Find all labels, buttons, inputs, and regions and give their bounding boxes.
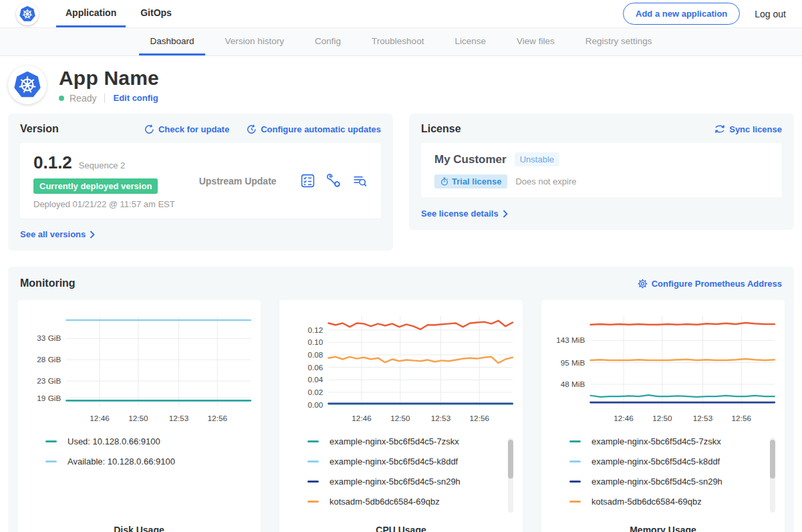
top-nav-tabs: ApplicationGitOps <box>56 0 181 27</box>
legend-color-dash <box>569 460 581 462</box>
customer-name: My Customer <box>434 153 507 166</box>
cpu-usage-plot: 0.000.020.040.060.080.100.1212:4612:5012… <box>285 309 517 431</box>
see-all-versions-link[interactable]: See all versions <box>20 229 95 239</box>
chevron-right-icon <box>503 210 508 218</box>
sub-tab-version-history[interactable]: Version history <box>215 28 295 55</box>
cpu-usage-legend: example-nginx-5bc6f5d4c5-7zskxexample-ng… <box>307 436 517 518</box>
svg-text:28 GiB: 28 GiB <box>37 355 61 364</box>
legend-scrollbar[interactable] <box>508 438 513 513</box>
legend-item: Available: 10.128.0.66:9100 <box>45 456 241 467</box>
configure-prometheus-link[interactable]: Configure Prometheus Address <box>638 279 782 289</box>
legend-item: example-nginx-5bc6f5d4c5-sn29h <box>307 477 503 487</box>
version-card: Version Check for update Configure autom… <box>8 114 393 251</box>
svg-text:33 GiB: 33 GiB <box>37 334 61 342</box>
legend-item: example-nginx-5bc6f5d4c5-k8ddf <box>569 456 765 467</box>
current-version-row: 0.1.2 Sequence 2 Currently deployed vers… <box>20 143 381 219</box>
monitoring-title: Monitoring <box>20 277 76 289</box>
svg-text:12:46: 12:46 <box>614 414 634 422</box>
legend-item: kotsadm-5db6dc6584-69qbz <box>307 497 503 507</box>
view-logs-icon[interactable] <box>352 173 368 188</box>
divider <box>104 94 105 103</box>
status-badge: Ready <box>70 93 96 104</box>
gear-icon <box>638 279 648 289</box>
sync-icon <box>714 124 725 134</box>
legend-item: example-nginx-5bc6f5d4c5-7zskx <box>569 436 765 446</box>
monitoring-section: Monitoring Configure Prometheus Address … <box>8 267 794 532</box>
svg-text:0.10: 0.10 <box>307 338 323 346</box>
top-tab-application[interactable]: Application <box>56 0 126 27</box>
license-details-row: My Customer Unstable Trial license Does … <box>421 143 782 198</box>
legend-label: Available: 10.128.0.66:9100 <box>68 456 175 467</box>
currently-deployed-badge: Currently deployed version <box>33 178 158 194</box>
top-tab-gitops[interactable]: GitOps <box>131 0 181 27</box>
legend-scrollbar-thumb[interactable] <box>508 440 513 479</box>
preflight-checks-icon[interactable] <box>300 173 315 188</box>
app-logo <box>16 0 39 27</box>
configure-automatic-updates-link[interactable]: Configure automatic updates <box>247 124 381 134</box>
legend-item: example-nginx-5bc6f5d4c5-sn29h <box>569 477 765 487</box>
log-out-link[interactable]: Log out <box>755 9 786 19</box>
legend-color-dash <box>307 440 319 442</box>
svg-text:12:53: 12:53 <box>431 414 451 422</box>
version-sequence: Sequence 2 <box>79 160 125 170</box>
svg-text:0.02: 0.02 <box>307 388 323 396</box>
svg-text:95 MiB: 95 MiB <box>561 358 585 367</box>
disk-usage-plot: 19 GiB23 GiB28 GiB33 GiB12:4612:5012:531… <box>23 309 255 431</box>
memory-usage-chart-card: 48 MiB95 MiB143 MiB12:4612:5012:5312:56 … <box>541 300 785 532</box>
license-card: License Sync license My Customer Unstabl… <box>409 114 794 230</box>
memory-usage-legend: example-nginx-5bc6f5d4c5-7zskxexample-ng… <box>569 436 779 518</box>
deployed-timestamp: Deployed 01/21/22 @ 11:57 am EST <box>33 199 187 209</box>
svg-text:0.12: 0.12 <box>307 325 323 334</box>
sub-tab-registry-settings[interactable]: Registry settings <box>575 28 663 55</box>
sub-tab-config[interactable]: Config <box>304 28 352 55</box>
legend-color-dash <box>569 481 581 483</box>
legend-label: example-nginx-5bc6f5d4c5-k8ddf <box>591 456 720 467</box>
version-number: 0.1.2 <box>33 152 72 173</box>
config-wrench-icon[interactable] <box>326 173 342 188</box>
check-for-update-link[interactable]: Check for update <box>144 124 229 134</box>
refresh-icon <box>144 124 154 134</box>
app-avatar-kubernetes-icon <box>8 65 47 104</box>
legend-item: example-nginx-5bc6f5d4c5-7zskx <box>307 436 503 446</box>
legend-color-dash <box>307 501 319 503</box>
chevron-right-icon <box>90 231 95 239</box>
sub-tab-view-files[interactable]: View files <box>506 28 565 55</box>
legend-label: example-nginx-5bc6f5d4c5-sn29h <box>591 477 722 487</box>
sub-tab-dashboard[interactable]: Dashboard <box>139 28 205 55</box>
legend-item: example-nginx-5bc6f5d4c5-k8ddf <box>307 456 503 467</box>
legend-scrollbar-thumb[interactable] <box>770 440 775 479</box>
svg-text:0.00: 0.00 <box>307 400 323 409</box>
app-header: App Name Ready Edit config <box>0 56 802 111</box>
sub-tab-troubleshoot[interactable]: Troubleshoot <box>361 28 434 55</box>
sub-tab-license[interactable]: License <box>444 28 497 55</box>
sync-license-link[interactable]: Sync license <box>714 124 782 134</box>
trial-license-badge: Trial license <box>434 174 507 188</box>
legend-label: Used: 10.128.0.66:9100 <box>68 436 160 446</box>
see-license-details-link[interactable]: See license details <box>421 209 508 219</box>
clock-refresh-icon <box>247 124 257 134</box>
legend-scrollbar[interactable] <box>770 438 775 513</box>
legend-label: kotsadm-5db6dc6584-69qbz <box>591 497 702 507</box>
chart-title: Disk Usage <box>23 518 255 532</box>
page-title: App Name <box>59 67 159 90</box>
stopwatch-icon <box>440 177 448 186</box>
memory-usage-plot: 48 MiB95 MiB143 MiB12:4612:5012:5312:56 <box>547 309 779 431</box>
channel-badge: Unstable <box>515 152 559 166</box>
legend-color-dash <box>45 440 57 442</box>
legend-label: kotsadm-5db6dc6584-69qbz <box>329 497 440 507</box>
license-card-title: License <box>421 123 461 135</box>
svg-text:48 MiB: 48 MiB <box>561 380 585 388</box>
status-dot <box>59 96 64 101</box>
svg-text:12:53: 12:53 <box>693 414 713 422</box>
svg-text:12:46: 12:46 <box>90 414 110 422</box>
svg-text:12:56: 12:56 <box>208 414 228 422</box>
version-card-title: Version <box>20 123 59 135</box>
kubernetes-logo-icon <box>16 3 39 25</box>
legend-item: kotsadm-5db6dc6584-69qbz <box>569 497 765 507</box>
svg-text:12:46: 12:46 <box>352 414 372 422</box>
edit-config-link[interactable]: Edit config <box>113 93 158 103</box>
add-new-application-button[interactable]: Add a new application <box>623 3 740 25</box>
disk-usage-legend: Used: 10.128.0.66:9100Available: 10.128.… <box>45 436 255 518</box>
legend-color-dash <box>569 501 581 503</box>
disk-usage-chart-card: 19 GiB23 GiB28 GiB33 GiB12:4612:5012:531… <box>17 300 261 532</box>
